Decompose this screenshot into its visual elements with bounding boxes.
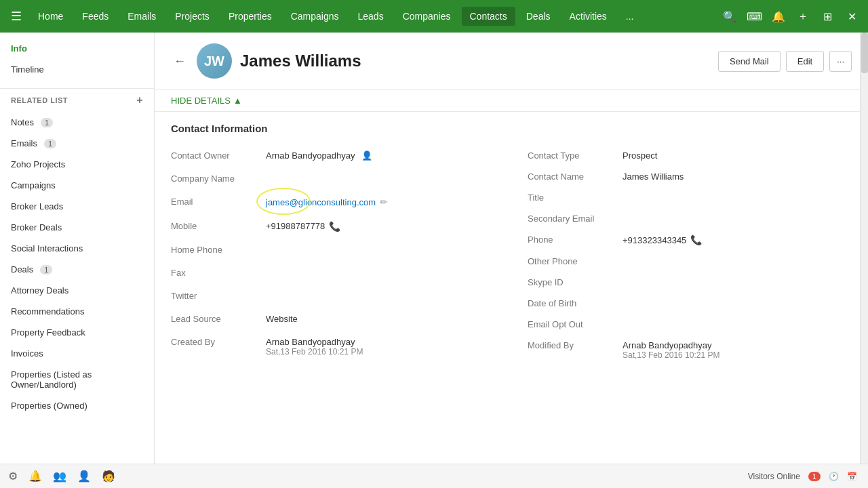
- info-row-email-opt-out: Email Opt Out: [528, 314, 852, 335]
- nav-campaigns[interactable]: Campaigns: [283, 7, 347, 26]
- nav-contacts[interactable]: Contacts: [462, 7, 515, 26]
- sidebar-badge: 1: [40, 265, 52, 274]
- left-info-column: Contact Owner Arnab Bandyopadhyay 👤 Comp…: [171, 145, 511, 365]
- nav-feeds[interactable]: Feeds: [74, 7, 117, 26]
- bottom-bar-left: ⚙ 🔔 👥 👤 🧑: [0, 464, 155, 488]
- phone-mobile-icon[interactable]: 📞: [329, 221, 340, 232]
- v-scrollbar-thumb[interactable]: [861, 33, 868, 73]
- nav-activities[interactable]: Activities: [561, 7, 615, 26]
- sidebar: Info Timeline RELATED LIST + Notes1Email…: [0, 33, 155, 488]
- sidebar-item-info[interactable]: Info: [0, 38, 154, 59]
- sidebar-item-propertiesowned[interactable]: Properties (Owned): [0, 395, 154, 416]
- info-grid: Contact Owner Arnab Bandyopadhyay 👤 Comp…: [171, 145, 852, 365]
- contact-name: James Williams: [240, 52, 710, 70]
- info-row-home-phone: Home Phone: [171, 239, 511, 262]
- clock-icon: 🕐: [829, 472, 839, 481]
- notifications-icon[interactable]: 🔔: [768, 5, 789, 27]
- hide-details-link[interactable]: HIDE DETAILS ▲: [171, 96, 852, 106]
- close-icon[interactable]: ✕: [841, 5, 863, 27]
- contact-header: ← JW James Williams Send Mail Edit ···: [155, 33, 868, 90]
- help-icon[interactable]: ⌨: [743, 5, 765, 27]
- info-row-contact-type: Contact Type Prospect: [528, 145, 852, 166]
- sidebar-item-attorneydeals[interactable]: Attorney Deals: [0, 280, 154, 301]
- info-row-secondary-email: Secondary Email: [528, 208, 852, 229]
- info-row-created-by: Created By Arnab Bandyopadhyay Sat,13 Fe…: [171, 331, 511, 365]
- nav-leads[interactable]: Leads: [350, 7, 392, 26]
- right-info-column: Contact Type Prospect Contact Name James…: [511, 145, 852, 365]
- nav-more[interactable]: ...: [618, 7, 642, 26]
- hide-details-bar: HIDE DETAILS ▲: [155, 90, 868, 112]
- bottom-bar-right: Visitors Online 1 🕐 📅: [155, 464, 868, 488]
- top-navigation: ☰ Home Feeds Emails Projects Properties …: [0, 0, 868, 33]
- info-row-skype: Skype ID: [528, 272, 852, 293]
- info-row-company-name: Company Name: [171, 168, 511, 191]
- sidebar-item-timeline[interactable]: Timeline: [0, 59, 154, 80]
- sidebar-related-list: Notes1Emails1Zoho ProjectsCampaignsBroke…: [0, 112, 154, 416]
- related-list-header: RELATED LIST +: [0, 88, 154, 112]
- contact-info-section: Contact Information Contact Owner Arnab …: [155, 112, 868, 376]
- menu-hamburger-icon[interactable]: ☰: [5, 5, 27, 28]
- nav-home[interactable]: Home: [30, 7, 71, 26]
- vertical-scrollbar[interactable]: [860, 33, 868, 481]
- main-content: ← JW James Williams Send Mail Edit ··· H…: [155, 33, 868, 488]
- contacts-icon[interactable]: 👤: [75, 467, 94, 485]
- sidebar-badge: 1: [44, 139, 56, 148]
- avatar: JW: [197, 43, 232, 79]
- back-button[interactable]: ←: [171, 52, 189, 71]
- visitors-online-label: Visitors Online: [748, 472, 800, 481]
- search-icon[interactable]: 🔍: [719, 5, 741, 27]
- info-row-lead-source: Lead Source Website: [171, 308, 511, 331]
- email-link[interactable]: james@glionconsulting.com: [266, 197, 376, 207]
- sidebar-item-deals[interactable]: Deals1: [0, 259, 154, 280]
- info-row-mobile: Mobile +91988787778 📞: [171, 216, 511, 239]
- person-add-icon[interactable]: 🧑: [99, 467, 118, 485]
- sidebar-item-emails[interactable]: Emails1: [0, 133, 154, 154]
- calendar-icon: 📅: [847, 472, 857, 481]
- info-row-phone: Phone +913323343345 📞: [528, 229, 852, 251]
- bell-icon[interactable]: 🔔: [26, 467, 45, 485]
- info-row-modified-by: Modified By Arnab Bandyopadhyay Sat,13 F…: [528, 335, 852, 365]
- info-row-fax: Fax: [171, 262, 511, 285]
- nav-deals[interactable]: Deals: [518, 7, 559, 26]
- apps-icon[interactable]: ⊞: [816, 5, 838, 27]
- nav-properties[interactable]: Properties: [220, 7, 280, 26]
- edit-button[interactable]: Edit: [786, 51, 824, 72]
- more-actions-button[interactable]: ···: [829, 51, 852, 72]
- sidebar-item-invoices[interactable]: Invoices: [0, 343, 154, 364]
- nav-projects[interactable]: Projects: [167, 7, 218, 26]
- phone-icon[interactable]: 📞: [690, 235, 702, 245]
- edit-email-icon[interactable]: ✏: [380, 197, 388, 207]
- info-row-contact-owner: Contact Owner Arnab Bandyopadhyay 👤: [171, 145, 511, 168]
- sidebar-item-propertyfeedback[interactable]: Property Feedback: [0, 322, 154, 343]
- sidebar-item-notes[interactable]: Notes1: [0, 112, 154, 133]
- users-icon[interactable]: 👥: [50, 467, 69, 485]
- contact-owner-person-icon: 👤: [361, 150, 372, 161]
- sidebar-item-brokerdeals[interactable]: Broker Deals: [0, 217, 154, 238]
- section-title: Contact Information: [171, 123, 852, 134]
- sidebar-item-brokerleads[interactable]: Broker Leads: [0, 196, 154, 217]
- settings-icon[interactable]: ⚙: [5, 467, 20, 485]
- add-icon[interactable]: ＋: [792, 5, 814, 27]
- visitors-count-badge: 1: [808, 472, 821, 481]
- related-list-add-icon[interactable]: +: [136, 94, 143, 106]
- sidebar-badge: 1: [41, 118, 53, 127]
- header-actions: Send Mail Edit ···: [718, 51, 852, 72]
- app-body: Info Timeline RELATED LIST + Notes1Email…: [0, 33, 868, 488]
- info-row-other-phone: Other Phone: [528, 251, 852, 272]
- info-row-contact-name: Contact Name James Williams: [528, 166, 852, 187]
- sidebar-item-propertieslistedasownerlandlord[interactable]: Properties (Listed as Owner/Landlord): [0, 364, 154, 395]
- email-highlight: james@glionconsulting.com: [266, 197, 376, 207]
- info-row-email: Email james@glionconsulting.com ✏: [171, 191, 511, 215]
- chevron-up-icon: ▲: [233, 96, 242, 106]
- info-row-twitter: Twitter: [171, 285, 511, 308]
- info-row-dob: Date of Birth: [528, 293, 852, 314]
- sidebar-item-zohoprojects[interactable]: Zoho Projects: [0, 154, 154, 175]
- send-mail-button[interactable]: Send Mail: [718, 51, 781, 72]
- nav-emails[interactable]: Emails: [119, 7, 164, 26]
- nav-companies[interactable]: Companies: [395, 7, 459, 26]
- sidebar-item-socialinteractions[interactable]: Social Interactions: [0, 238, 154, 259]
- sidebar-item-campaigns[interactable]: Campaigns: [0, 175, 154, 196]
- sidebar-item-recommendations[interactable]: Recommendations: [0, 301, 154, 322]
- info-row-title: Title: [528, 187, 852, 208]
